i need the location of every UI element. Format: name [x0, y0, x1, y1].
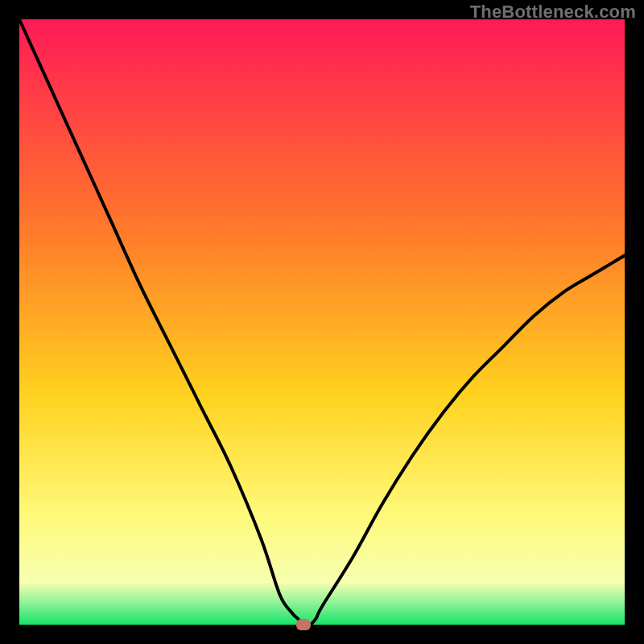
plot-svg	[19, 19, 625, 625]
optimum-marker	[296, 619, 311, 630]
plot-area	[19, 19, 625, 625]
gradient-background	[19, 19, 625, 625]
chart-frame: TheBottleneck.com	[0, 0, 644, 644]
